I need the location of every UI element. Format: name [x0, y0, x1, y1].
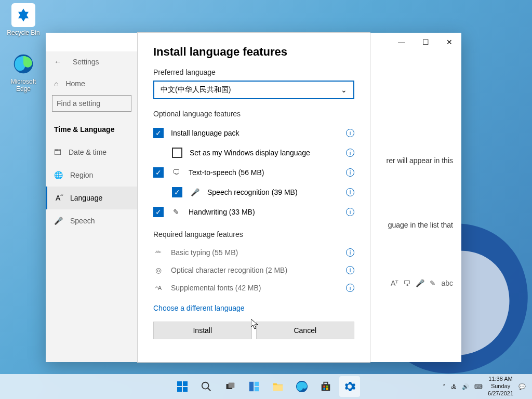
sidebar-item-region[interactable]: 🌐 Region — [46, 164, 138, 187]
mic-icon: 🎤 — [190, 188, 200, 196]
tray-chevron-icon[interactable]: ˄ — [443, 383, 446, 390]
edge-icon — [11, 52, 35, 76]
tts-icon: 🗨 — [171, 168, 181, 177]
svg-rect-16 — [323, 385, 325, 388]
task-view-button[interactable] — [220, 376, 241, 397]
bg-text: guage in the list that — [388, 221, 453, 229]
feature-install-language-pack[interactable]: ✓ Install language pack i — [153, 123, 354, 143]
feature-handwriting[interactable]: ✓ ✎ Handwriting (33 MB) i — [153, 202, 354, 222]
close-button[interactable]: ✕ — [437, 33, 461, 51]
info-icon[interactable]: i — [346, 208, 354, 216]
explorer-button[interactable] — [268, 376, 288, 397]
info-icon[interactable]: i — [346, 188, 354, 196]
sidebar-item-date-time[interactable]: 🗔 Date & time — [46, 141, 138, 164]
start-button[interactable] — [172, 376, 193, 397]
desktop-icon-recycle-bin[interactable]: Recycle Bin — [3, 3, 44, 36]
checkbox-icon[interactable]: ✓ — [172, 187, 182, 197]
install-language-dialog: Install language features Preferred lang… — [138, 33, 370, 362]
required-label: Basic typing (55 MB) — [171, 248, 238, 257]
sidebar-item-language[interactable]: A˝ Language — [46, 187, 138, 209]
feature-label: Set as my Windows display language — [190, 149, 310, 157]
required-basic-typing: ᴬᴮᶜ Basic typing (55 MB) i — [153, 244, 354, 261]
info-icon[interactable]: i — [346, 129, 354, 137]
svg-rect-9 — [249, 382, 254, 391]
info-icon[interactable]: i — [346, 266, 354, 274]
font-icon: ᴬA — [153, 285, 164, 291]
feature-label: Text-to-speech (56 MB) — [189, 168, 264, 177]
preferred-language-dropdown[interactable]: 中文(中华人民共和国) ⌄ — [153, 81, 354, 99]
widgets-button[interactable] — [244, 376, 264, 397]
svg-rect-1 — [177, 381, 182, 386]
feature-label: Handwriting (33 MB) — [189, 208, 255, 216]
bg-text: rer will appear in this — [387, 156, 453, 165]
abc-icon: ᴬᴮᶜ — [153, 250, 164, 256]
taskbar-clock[interactable]: 11:38 AM Sunday 6/27/2021 — [488, 376, 513, 397]
info-icon[interactable]: i — [346, 248, 354, 257]
sidebar-home[interactable]: ⌂ Home — [46, 72, 138, 95]
tray-ime-icon[interactable]: ⌨ — [474, 383, 483, 390]
search-button[interactable] — [196, 376, 217, 397]
svg-rect-3 — [177, 387, 182, 392]
lang-icon: Aᵀ — [391, 279, 398, 287]
feature-speech-recognition[interactable]: ✓ 🎤 Speech recognition (39 MB) i — [153, 182, 354, 202]
pen-icon: ✎ — [171, 208, 181, 216]
pen-icon: ✎ — [430, 279, 436, 287]
sidebar: ← Settings ⌂ Home Find a setting Time & … — [46, 51, 138, 362]
feature-label: Speech recognition (39 MB) — [207, 188, 298, 196]
desktop-icon-edge[interactable]: Microsoft Edge — [3, 52, 44, 92]
sidebar-item-label: Speech — [70, 217, 95, 225]
maximize-button[interactable]: ☐ — [414, 33, 437, 51]
cancel-button[interactable]: Cancel — [256, 322, 355, 339]
taskbar: ˄ 🖧 🔊 ⌨ 11:38 AM Sunday 6/27/2021 💬 — [0, 374, 532, 399]
edge-button[interactable] — [291, 376, 312, 397]
mic-icon: 🎤 — [54, 217, 63, 225]
checkbox-icon[interactable]: ✓ — [153, 207, 164, 217]
dialog-title: Install language features — [153, 45, 354, 59]
clock-date: 6/27/2021 — [488, 390, 513, 397]
tray-volume-icon[interactable]: 🔊 — [462, 383, 469, 390]
sidebar-search[interactable]: Find a setting — [52, 95, 131, 112]
desktop-icon-label: Microsoft Edge — [11, 78, 36, 92]
sidebar-item-label: Language — [70, 194, 102, 202]
svg-rect-2 — [183, 381, 188, 386]
feature-set-display-language[interactable]: Set as my Windows display language i — [153, 143, 354, 163]
info-icon[interactable]: i — [346, 149, 354, 157]
feature-icons-row: Aᵀ 🗨 🎤 ✎ abc — [391, 279, 453, 287]
sidebar-section: Time & Language — [46, 118, 138, 141]
ocr-icon: ◎ — [153, 266, 164, 274]
svg-rect-14 — [322, 384, 330, 391]
sidebar-item-speech[interactable]: 🎤 Speech — [46, 209, 138, 232]
clock-time: 11:38 AM — [488, 376, 513, 383]
settings-button[interactable] — [339, 376, 360, 397]
svg-rect-8 — [229, 383, 235, 388]
info-icon[interactable]: i — [346, 284, 354, 292]
checkbox-icon[interactable]: ✓ — [153, 167, 164, 178]
svg-rect-19 — [326, 388, 328, 390]
svg-rect-12 — [273, 385, 283, 391]
store-button[interactable] — [315, 376, 336, 397]
svg-rect-10 — [255, 382, 259, 386]
tray-network-icon[interactable]: 🖧 — [451, 383, 457, 390]
tray-notifications-icon[interactable]: 💬 — [518, 383, 526, 390]
feature-label: Install language pack — [171, 129, 240, 137]
minimize-button[interactable]: — — [390, 33, 414, 51]
back-button[interactable]: ← — [54, 58, 61, 66]
svg-point-5 — [202, 382, 209, 389]
required-features-heading: Required language features — [153, 230, 354, 238]
window-title: Settings — [73, 58, 99, 66]
recycle-bin-icon — [11, 3, 35, 27]
mic-icon: 🎤 — [416, 279, 424, 287]
sidebar-label: Home — [65, 79, 85, 88]
install-button[interactable]: Install — [153, 322, 252, 339]
info-icon[interactable]: i — [346, 168, 354, 177]
feature-text-to-speech[interactable]: ✓ 🗨 Text-to-speech (56 MB) i — [153, 163, 354, 182]
abc-icon: abc — [441, 279, 453, 287]
checkbox-icon[interactable]: ✓ — [153, 128, 164, 138]
globe-icon: 🌐 — [54, 171, 63, 179]
svg-rect-18 — [323, 388, 325, 390]
checkbox-icon[interactable] — [172, 148, 182, 158]
required-fonts: ᴬA Supplemental fonts (42 MB) i — [153, 279, 354, 297]
svg-line-6 — [208, 388, 211, 391]
optional-features-heading: Optional language features — [153, 110, 354, 118]
choose-different-language-link[interactable]: Choose a different language — [153, 304, 245, 312]
